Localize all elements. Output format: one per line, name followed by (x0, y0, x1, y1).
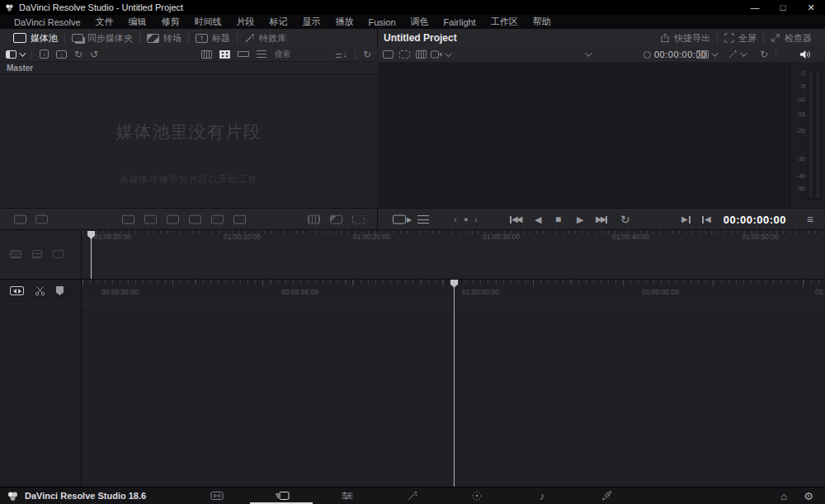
reset-icon[interactable]: ↻ (760, 49, 768, 59)
maximize-button[interactable]: □ (769, 0, 797, 15)
viewer-source-icon[interactable] (383, 50, 394, 59)
viewer-display[interactable] (378, 62, 825, 208)
format-icon[interactable] (696, 50, 709, 59)
thumbnail-view-icon[interactable] (219, 50, 230, 59)
match-frame-out-button[interactable]: ▶ (681, 215, 691, 224)
meter-bar-right (815, 70, 821, 200)
smart-insert-icon[interactable] (122, 215, 134, 224)
bin-tab-master[interactable]: Master (7, 64, 33, 73)
sync-bin-button[interactable]: 同步媒体夹 (65, 29, 139, 47)
menu-help[interactable]: 帮助 (526, 16, 559, 28)
minimize-button[interactable]: — (741, 0, 769, 15)
ripple-overwrite-icon[interactable] (167, 215, 179, 224)
playhead[interactable] (454, 280, 455, 488)
go-to-end-button[interactable]: ▶▶ (596, 215, 607, 224)
transitions-button[interactable]: 转场 (140, 29, 188, 47)
menu-davinci-resolve[interactable]: DaVinci Resolve (7, 17, 88, 27)
import-folder-icon[interactable]: ↓ (56, 50, 67, 59)
menu-trim[interactable]: 修剪 (154, 16, 187, 28)
sidebar-toggle-button[interactable] (6, 50, 24, 59)
media-page-button[interactable] (210, 491, 224, 502)
menu-color[interactable]: 调色 (403, 16, 436, 28)
sync-clips-icon[interactable]: ↻ (74, 49, 82, 59)
jog-dot-icon[interactable]: ● (464, 216, 468, 224)
import-media-icon[interactable]: ↓ (40, 49, 49, 59)
menu-playback[interactable]: 播放 (328, 16, 361, 28)
menu-file[interactable]: 文件 (88, 16, 121, 28)
chevron-down-icon[interactable] (445, 49, 451, 56)
stop-button[interactable]: ■ (555, 214, 561, 224)
menu-timeline[interactable]: 时间线 (187, 16, 229, 28)
edit-page-button[interactable] (342, 491, 354, 502)
viewer-option-dropdown[interactable] (582, 52, 590, 57)
fairlight-page-button[interactable]: ♪ (540, 490, 545, 502)
timeline-options-menu[interactable]: ≡ (807, 214, 813, 225)
inspector-icon (771, 33, 780, 43)
loop-button[interactable]: ↻ (620, 214, 630, 225)
quick-export-button[interactable]: 快捷导出 (653, 32, 717, 45)
cut-page-button[interactable] (275, 491, 290, 502)
place-on-top-icon[interactable] (211, 215, 224, 224)
go-to-start-button[interactable]: ◀◀ (510, 215, 521, 224)
close-up-icon[interactable] (189, 215, 201, 224)
menu-fusion[interactable]: Fusion (361, 17, 403, 27)
timeline-levels-icon[interactable] (32, 250, 42, 258)
timeline-overview-header (0, 230, 82, 280)
overview-playhead[interactable] (91, 231, 92, 280)
menu-mark[interactable]: 标记 (262, 16, 295, 28)
refresh-icon[interactable]: ↻ (363, 49, 371, 59)
insert-audio-icon[interactable] (35, 215, 48, 224)
source-overwrite-icon[interactable] (233, 215, 246, 224)
transition-dissolve-icon[interactable] (330, 215, 342, 224)
speaker-icon[interactable] (799, 49, 811, 60)
deliver-page-button[interactable] (601, 490, 613, 502)
marker-icon[interactable] (56, 286, 64, 295)
razor-icon[interactable] (35, 285, 45, 296)
color-page-button[interactable] (471, 490, 483, 502)
source-clip-icon[interactable]: ▶ (393, 215, 412, 224)
menu-workspace[interactable]: 工作区 (483, 16, 526, 28)
play-reverse-button[interactable]: ◀ (535, 215, 541, 224)
fusion-page-button[interactable] (408, 491, 418, 502)
append-clip-icon[interactable] (144, 215, 157, 224)
viewer-crop-icon[interactable] (399, 50, 410, 59)
timeline-film-icon[interactable] (53, 250, 64, 258)
match-frame-in-button[interactable]: ◀ (702, 215, 711, 224)
overview-ruler-ticks[interactable] (82, 230, 825, 234)
timeline-overview[interactable]: 01:00:00:00 01:00:10:00 01:00:20:00 01:0… (0, 229, 825, 280)
menu-view[interactable]: 显示 (295, 16, 328, 28)
play-button[interactable]: ▶ (577, 215, 583, 224)
camera-icon[interactable] (431, 50, 442, 59)
trim-mode-icon[interactable] (10, 286, 24, 295)
timeline-detail[interactable]: 00:59:56:00 00:59:58:00 01:00:00:00 01:0… (0, 279, 825, 488)
relink-media-icon[interactable]: ↺ (90, 49, 98, 59)
project-title: Untitled Project (384, 32, 457, 44)
project-home-button[interactable]: ⌂ (780, 491, 787, 502)
filmstrip-view-icon[interactable] (201, 50, 212, 59)
transition-smooth-icon[interactable] (352, 215, 365, 224)
insert-clip-icon[interactable] (14, 215, 26, 224)
menu-clip[interactable]: 片段 (229, 16, 262, 28)
timeline-list-icon[interactable] (10, 250, 21, 258)
menu-fairlight[interactable]: Fairlight (436, 17, 483, 27)
jog-right-icon[interactable]: › (474, 215, 478, 224)
close-button[interactable]: ✕ (797, 0, 825, 15)
inspector-button[interactable]: 检查器 (764, 32, 818, 45)
effects-library-button[interactable]: 特效库 (238, 29, 293, 47)
media-pool-button[interactable]: 媒体池 (7, 29, 64, 47)
jog-left-icon[interactable]: ‹ (454, 215, 457, 224)
project-settings-button[interactable]: ⚙ (804, 491, 813, 502)
viewer-effects-icon[interactable] (728, 49, 738, 59)
app-version-label: DaVinci Resolve Studio 18.6 (25, 491, 146, 501)
sort-button[interactable]: ↓ (336, 49, 347, 59)
viewer-filmstrip-icon[interactable] (416, 50, 427, 59)
menu-edit[interactable]: 编辑 (121, 16, 154, 28)
tools-icon[interactable] (417, 215, 429, 224)
titles-button[interactable]: T 标题 (189, 29, 237, 47)
list-view-icon[interactable] (257, 50, 266, 58)
search-input[interactable]: 搜索 (274, 49, 328, 60)
timeline-timecode[interactable]: 00:00:00:00 (724, 214, 786, 226)
transition-cut-icon[interactable] (308, 215, 320, 224)
fullscreen-button[interactable]: 全屏 (718, 32, 763, 45)
strip-view-icon[interactable] (238, 51, 249, 57)
